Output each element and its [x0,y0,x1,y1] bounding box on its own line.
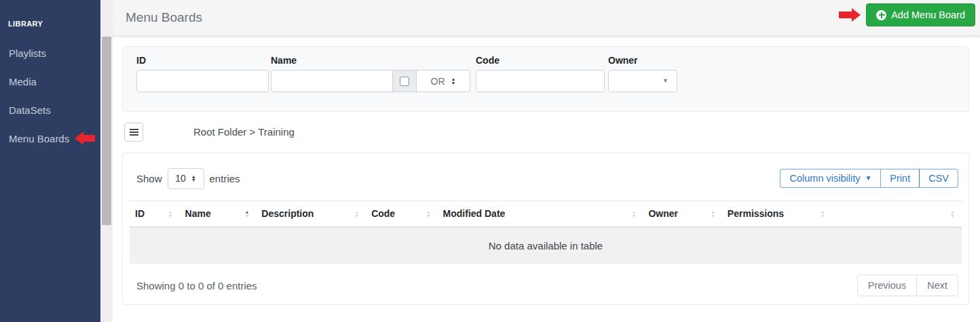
page-length-control: Show 10 ▲▼ entries [136,168,240,189]
table-header-row: ID ▲▼ Name ▲▼ Description ▲ [130,201,962,228]
column-header-code[interactable]: Code ▲▼ [366,201,437,228]
sort-icons: ▲▼ [711,210,715,218]
sidebar-item-playlists[interactable]: Playlists [0,39,100,67]
menu-boards-table-panel: Show 10 ▲▼ entries Column visibility ▼ P… [122,153,969,305]
hamburger-icon [130,132,138,133]
column-header-description[interactable]: Description ▲▼ [256,201,366,228]
id-filter-label: ID [136,55,269,66]
caret-down-icon: ▼ [865,175,871,182]
sort-icons: ▲▼ [950,210,955,218]
sort-icons: ▲▼ [821,210,825,218]
column-header-name[interactable]: Name ▲▼ [180,201,257,228]
sidebar-item-menu-boards[interactable]: Menu Boards [0,124,100,153]
csv-button[interactable]: CSV [919,169,958,188]
scrollbar-thumb[interactable] [102,37,111,225]
column-header-permissions[interactable]: Permissions ▲▼ [722,201,832,228]
plus-circle-icon [876,10,886,20]
column-header-id[interactable]: ID ▲▼ [130,201,180,228]
page-title: Menu Boards [126,10,202,25]
table-empty-row: No data available in table [130,227,962,264]
breadcrumb: Root Folder > Training [193,126,295,138]
sidebar-item-datasets[interactable]: DataSets [0,96,100,124]
sort-icons: ▲▼ [426,210,431,218]
print-button[interactable]: Print [880,169,920,188]
pagination: Previous Next [857,275,958,296]
select-updown-icon: ▲▼ [191,175,196,182]
column-header-actions[interactable]: ▲▼ [832,201,962,228]
next-page-button[interactable]: Next [916,275,958,296]
previous-page-button[interactable]: Previous [857,275,917,296]
vertical-scrollbar [100,0,113,322]
entries-summary: Showing 0 to 0 of 0 entries [136,280,257,291]
owner-filter-label: Owner [608,55,677,66]
name-filter-addon [393,70,417,92]
folder-tree-toggle-button[interactable] [124,123,143,142]
entries-label: entries [210,173,240,184]
export-button-group: Column visibility ▼ Print CSV [780,169,958,188]
chevron-down-icon: ▼ [662,78,668,84]
sidebar-nav: Playlists Media DataSets Menu Boards [0,39,100,153]
code-filter-input[interactable] [476,70,605,92]
column-header-modified-date[interactable]: Modified Date ▲▼ [438,201,643,228]
sort-icons: ▲▼ [168,210,173,218]
sort-icons: ▲▼ [354,210,359,218]
logic-operator-select[interactable]: OR ▲▼ [417,70,470,92]
id-filter-input[interactable] [136,70,269,92]
sidebar-section-library: LIBRARY [0,0,100,28]
add-menu-board-button[interactable]: Add Menu Board [866,3,975,26]
column-header-owner[interactable]: Owner ▲▼ [643,201,721,228]
show-label: Show [136,173,162,184]
sidebar: LIBRARY Playlists Media DataSets Menu Bo… [0,0,100,322]
table-controls-row: Show 10 ▲▼ entries Column visibility ▼ P… [130,167,962,189]
sidebar-item-media[interactable]: Media [0,67,100,96]
menu-boards-table: ID ▲▼ Name ▲▼ Description ▲ [130,201,962,264]
table-footer-row: Showing 0 to 0 of 0 entries Previous Nex… [130,274,962,297]
page-header: Menu Boards Add Menu Board [113,0,980,37]
empty-table-message: No data available in table [130,227,962,264]
select-updown-icon: ▲▼ [451,77,456,85]
main-content: Menu Boards Add Menu Board ID Name [113,0,980,322]
name-filter-input[interactable] [271,70,393,92]
menu-boards-page: LIBRARY Playlists Media DataSets Menu Bo… [0,0,980,322]
column-visibility-button[interactable]: Column visibility ▼ [780,169,881,188]
filter-panel: ID Name OR ▲▼ Code [122,46,969,112]
code-filter-label: Code [476,55,605,66]
owner-filter-select[interactable]: ▼ [608,70,677,92]
annotation-arrow-right-icon [839,8,861,22]
sort-icons: ▲▼ [631,210,636,218]
breadcrumb-row: Root Folder > Training [124,122,969,142]
name-filter-label: Name [271,55,470,66]
annotation-arrow-left-icon [75,132,95,145]
page-length-select[interactable]: 10 ▲▼ [168,168,204,189]
sort-asc-icon: ▲▼ [244,210,249,218]
name-exact-match-checkbox[interactable] [400,77,409,86]
